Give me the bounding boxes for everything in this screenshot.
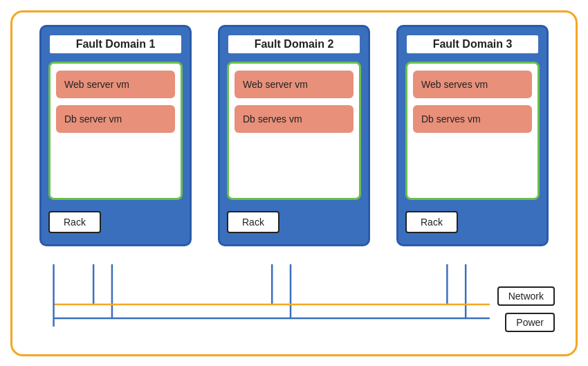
fd1-vm2: Db server vm xyxy=(56,105,175,133)
fault-domain-3-title: Fault Domain 3 xyxy=(405,34,540,55)
network-label: Network xyxy=(497,286,555,306)
fault-domain-1: Fault Domain 1 Web server vm Db server v… xyxy=(39,25,192,246)
fd3-vm1: Web serves vm xyxy=(413,71,532,98)
fault-domain-3-inner: Web serves vm Db serves vm xyxy=(405,62,540,200)
fd3-rack: Rack xyxy=(405,211,458,233)
outer-container: Fault Domain 1 Web server vm Db server v… xyxy=(10,10,578,356)
fault-domain-2-inner: Web server vm Db serves vm xyxy=(227,62,361,200)
fault-domain-1-inner: Web server vm Db server vm xyxy=(48,62,183,200)
fd2-vm2: Db serves vm xyxy=(235,105,353,133)
fd1-vm1: Web server vm xyxy=(56,71,175,98)
fd3-vm2: Db serves vm xyxy=(413,105,532,133)
fd2-vm1: Web server vm xyxy=(235,71,353,98)
fault-domain-2: Fault Domain 2 Web server vm Db serves v… xyxy=(218,25,370,246)
fd2-rack: Rack xyxy=(227,211,279,233)
connector-lines xyxy=(12,264,576,354)
power-label: Power xyxy=(505,313,555,332)
fault-domain-3: Fault Domain 3 Web serves vm Db serves v… xyxy=(396,25,549,246)
domains-row: Fault Domain 1 Web server vm Db server v… xyxy=(12,12,576,246)
fd1-rack: Rack xyxy=(48,211,101,233)
fault-domain-1-title: Fault Domain 1 xyxy=(48,34,183,55)
fault-domain-2-title: Fault Domain 2 xyxy=(227,34,361,55)
